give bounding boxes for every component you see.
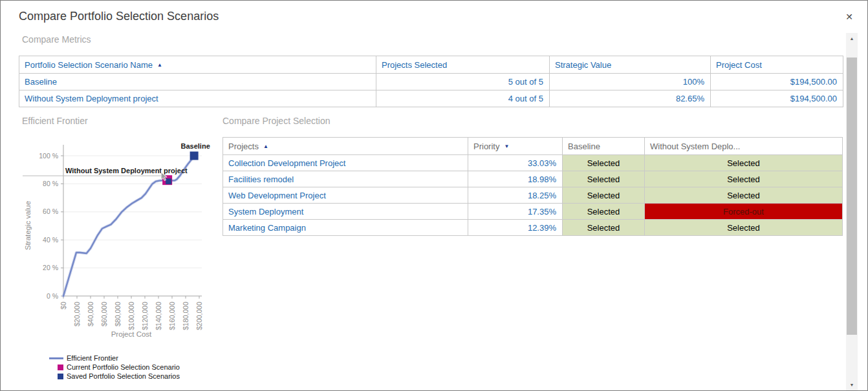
svg-text:$140,000: $140,000	[155, 302, 162, 330]
sort-descending-icon: ▼	[504, 143, 509, 149]
svg-text:20 %: 20 %	[43, 264, 58, 271]
status-cell: Selected	[563, 155, 645, 171]
svg-text:$80,000: $80,000	[114, 302, 122, 326]
project-link[interactable]: Web Development Project	[223, 187, 468, 204]
priority-value: 17.35%	[468, 204, 563, 220]
scenario-link[interactable]: Without System Deployment project	[19, 90, 376, 107]
table-row: Collection Development Project 33.03% Se…	[223, 155, 843, 171]
status-cell: Selected	[645, 155, 843, 171]
column-header-projects-selected[interactable]: Projects Selected	[376, 56, 550, 74]
table-row: Facilities remodel 18.98% Selected Selec…	[223, 171, 843, 187]
strategic-value: 100%	[550, 74, 711, 90]
svg-text:$160,000: $160,000	[168, 302, 176, 330]
scenario-link[interactable]: Baseline	[19, 74, 376, 90]
project-cost-value: $194,500.00	[711, 90, 843, 107]
scroll-down-icon[interactable]: ▼	[846, 379, 858, 390]
sort-ascending-icon: ▲	[157, 62, 162, 68]
table-row: System Deployment 17.35% Selected Forced…	[223, 204, 843, 220]
svg-text:0 %: 0 %	[47, 292, 58, 300]
column-header-strategic-value[interactable]: Strategic Value	[550, 56, 711, 74]
status-cell: Selected	[563, 220, 645, 236]
table-row: Marketing Campaign 12.39% Selected Selec…	[223, 220, 843, 236]
saved-scenario-swatch-icon	[58, 374, 63, 379]
projects-selected-value: 5 out of 5	[376, 74, 550, 90]
svg-text:Baseline: Baseline	[181, 142, 210, 150]
svg-text:Strategic value: Strategic value	[24, 201, 32, 250]
compare-metrics-heading: Compare Metrics	[22, 34, 91, 45]
metrics-header-row: Portfolio Selection Scenario Name▲ Proje…	[19, 56, 843, 74]
svg-text:$120,000: $120,000	[141, 302, 149, 330]
vertical-scrollbar[interactable]: ▲ ▼	[846, 33, 858, 390]
scroll-up-icon[interactable]: ▲	[846, 33, 858, 44]
projects-selected-value: 4 out of 5	[376, 90, 550, 107]
current-scenario-swatch-icon	[58, 365, 63, 370]
status-cell: Forced-out	[645, 204, 843, 220]
compare-metrics-table: Portfolio Selection Scenario Name▲ Proje…	[19, 56, 843, 107]
column-header-scenario[interactable]: Without System Deplo...	[645, 138, 843, 155]
project-cost-value: $194,500.00	[711, 74, 843, 90]
project-link[interactable]: Collection Development Project	[223, 155, 468, 171]
project-link[interactable]: Marketing Campaign	[223, 220, 468, 236]
selection-header-row: Projects▲ Priority▼ Baseline Without Sys…	[223, 138, 843, 155]
project-link[interactable]: System Deployment	[223, 204, 468, 220]
table-row: Web Development Project 18.25% Selected …	[223, 187, 843, 204]
column-header-projects[interactable]: Projects▲	[223, 138, 468, 155]
priority-value: 12.39%	[468, 220, 563, 236]
legend-item-saved-scenarios: Saved Portfolio Selection Scenarios	[48, 372, 180, 381]
column-header-project-cost[interactable]: Project Cost	[711, 56, 843, 74]
dialog-title: Compare Portfolio Selection Scenarios	[19, 10, 219, 23]
legend-item-efficient-frontier: Efficient Frontier	[48, 354, 180, 363]
chart-legend: Efficient Frontier Current Portfolio Sel…	[48, 354, 180, 381]
svg-text:Without System Deployment proj: Without System Deployment project	[65, 167, 188, 174]
compare-project-selection-heading: Compare Project Selection	[222, 116, 331, 126]
close-icon[interactable]: ✕	[841, 9, 857, 25]
priority-value: 18.98%	[468, 171, 563, 187]
column-header-baseline[interactable]: Baseline	[563, 138, 645, 155]
priority-value: 33.03%	[468, 155, 563, 171]
status-cell: Selected	[645, 220, 843, 236]
efficient-frontier-heading: Efficient Frontier	[22, 116, 88, 126]
svg-text:40 %: 40 %	[43, 236, 58, 244]
svg-text:$180,000: $180,000	[182, 302, 190, 330]
strategic-value: 82.65%	[550, 90, 711, 107]
svg-text:$200,000: $200,000	[195, 302, 203, 330]
project-link[interactable]: Facilities remodel	[223, 171, 468, 187]
svg-text:Project Cost: Project Cost	[111, 330, 152, 338]
svg-text:80 %: 80 %	[43, 180, 58, 187]
svg-text:100 %: 100 %	[39, 152, 58, 160]
svg-text:$60,000: $60,000	[100, 302, 108, 326]
table-row: Baseline 5 out of 5 100% $194,500.00	[19, 74, 843, 90]
status-cell: Selected	[563, 204, 645, 220]
status-cell: Selected	[563, 171, 645, 187]
sort-ascending-icon: ▲	[263, 143, 268, 149]
svg-text:$20,000: $20,000	[73, 302, 81, 326]
legend-item-current-scenario: Current Portfolio Selection Scenario	[48, 363, 180, 372]
svg-text:$100,000: $100,000	[127, 302, 135, 330]
status-cell: Selected	[645, 171, 843, 187]
efficient-frontier-chart: 0 %20 %40 %60 %80 %100 %$0$20,000$40,000…	[19, 127, 223, 354]
status-cell: Selected	[563, 187, 645, 204]
table-row: Without System Deployment project 4 out …	[19, 90, 843, 107]
svg-text:$40,000: $40,000	[87, 302, 94, 326]
column-header-scenario-name[interactable]: Portfolio Selection Scenario Name▲	[19, 56, 376, 74]
status-cell: Selected	[645, 187, 843, 204]
compare-project-selection-table: Projects▲ Priority▼ Baseline Without Sys…	[222, 137, 843, 236]
priority-value: 18.25%	[468, 187, 563, 204]
svg-text:60 %: 60 %	[43, 207, 58, 215]
scrollbar-thumb[interactable]	[847, 58, 857, 335]
line-swatch-icon	[49, 357, 63, 359]
svg-text:$0: $0	[60, 302, 67, 310]
column-header-priority[interactable]: Priority▼	[468, 138, 563, 155]
